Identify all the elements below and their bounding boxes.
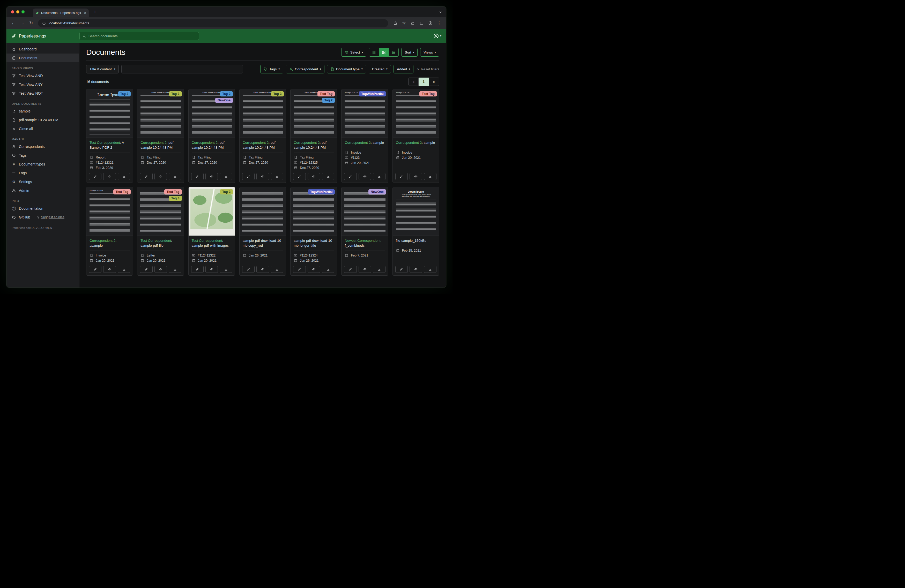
sidebar-item-document-types[interactable]: # Document types: [6, 160, 79, 169]
correspondent-link[interactable]: Correspondent 2: [192, 141, 218, 144]
detail-view-button[interactable]: [389, 48, 399, 57]
tab-search-chevron-icon[interactable]: [438, 10, 442, 14]
correspondent-link[interactable]: Correspondent 2: [396, 141, 422, 144]
global-search[interactable]: [79, 32, 199, 40]
download-button[interactable]: [118, 173, 130, 180]
reload-icon[interactable]: ↻: [27, 19, 35, 27]
tag-badge[interactable]: NewOne: [368, 189, 386, 195]
browser-tab[interactable]: Documents - Paperless-ngx ×: [33, 8, 89, 17]
document-title-link[interactable]: : sample: [422, 141, 435, 144]
document-thumbnail-area[interactable]: Adobe Acrobat PDF Files Tag 3: [240, 89, 286, 138]
paperless-brand[interactable]: Paperless-ngx: [11, 33, 79, 38]
document-type-value[interactable]: Report: [96, 156, 106, 159]
document-type-value[interactable]: Invoice: [96, 254, 106, 257]
bookmark-star-icon[interactable]: ☆: [400, 19, 408, 27]
reset-filters-button[interactable]: × Reset filters: [416, 67, 439, 71]
document-type-value[interactable]: Tax Filing: [249, 156, 263, 159]
download-button[interactable]: [322, 173, 334, 180]
document-thumbnail-area[interactable]: A Simple PDF File Test Tag: [393, 89, 439, 138]
sidebar-item-open-document-pdf-sample[interactable]: pdf-sample 10.24.48 PM: [6, 116, 79, 124]
document-title-link[interactable]: sample-pdf-download-10-mb copy_red: [243, 239, 282, 247]
view-button[interactable]: [256, 173, 269, 180]
edit-button[interactable]: [140, 173, 152, 180]
document-card[interactable]: Lorem Ipsum Tag 2 Test Correspondent: A …: [86, 89, 133, 183]
tags-filter-button[interactable]: Tags ▾: [260, 65, 283, 73]
correspondent-link[interactable]: Test Correspondent: [192, 239, 222, 242]
view-button[interactable]: [308, 266, 320, 273]
edit-button[interactable]: [395, 266, 408, 273]
document-thumbnail-area[interactable]: Adobe Acrobat PDF Files Tag 2NewOne: [189, 89, 235, 138]
tag-badge[interactable]: Tag 3: [169, 91, 182, 97]
tab-close-icon[interactable]: ×: [84, 11, 86, 15]
sidebar-item-github[interactable]: GitHub Suggest an idea: [6, 213, 79, 222]
download-button[interactable]: [220, 266, 232, 273]
tag-badge[interactable]: Test Tag: [419, 91, 437, 97]
list-view-button[interactable]: [369, 48, 379, 57]
tag-badge[interactable]: Tag 2: [118, 91, 131, 97]
correspondent-link[interactable]: Correspondent 2: [345, 141, 371, 144]
sidebar-item-saved-view-and[interactable]: Test View AND: [6, 71, 79, 80]
download-button[interactable]: [373, 173, 385, 180]
sidebar-item-tags[interactable]: Tags: [6, 151, 79, 160]
download-button[interactable]: [169, 173, 181, 180]
document-card[interactable]: Adobe Acrobat PDF Files Tag 2NewOne Corr…: [188, 89, 235, 183]
tag-badge[interactable]: Test Tag: [113, 189, 131, 195]
download-button[interactable]: [271, 173, 283, 180]
correspondent-link[interactable]: Correspondent 2: [243, 141, 269, 144]
document-card[interactable]: A Simple PDF File TagWithPartial Corresp…: [341, 89, 388, 183]
sidebar-item-documentation[interactable]: ? Documentation: [6, 204, 79, 213]
document-thumbnail-area[interactable]: A Simple PDF File TagWithPartial: [341, 89, 388, 138]
view-button[interactable]: [205, 173, 218, 180]
sidebar-item-correspondents[interactable]: Correspondents: [6, 142, 79, 151]
document-card[interactable]: A Simple PDF File Test Tag Correspondent…: [392, 89, 439, 183]
correspondent-link[interactable]: Newest Correspondent: [345, 239, 380, 242]
download-button[interactable]: [373, 266, 385, 273]
maximize-window-button[interactable]: [21, 10, 25, 13]
sidebar-item-saved-view-not[interactable]: Test View NOT: [6, 89, 79, 98]
document-thumbnail-area[interactable]: Adobe Acrobat PDF Files Tag 3: [137, 89, 184, 138]
correspondent-link[interactable]: Correspondent 2: [89, 239, 116, 242]
sidebar-item-settings[interactable]: ⚙ Settings: [6, 178, 79, 186]
view-button[interactable]: [103, 266, 116, 273]
download-button[interactable]: [220, 173, 232, 180]
document-thumbnail-area[interactable]: NewOne: [341, 187, 388, 236]
browser-menu-icon[interactable]: ⋮: [435, 19, 443, 27]
sidebar-item-admin[interactable]: Admin: [6, 186, 79, 195]
view-button[interactable]: [308, 173, 320, 180]
view-button[interactable]: [205, 266, 218, 273]
user-menu[interactable]: ▾: [433, 33, 441, 38]
filter-text-input[interactable]: [121, 65, 243, 73]
added-filter-button[interactable]: Added ▾: [394, 65, 413, 73]
document-card[interactable]: A Simple PDF File Test Tag Correspondent…: [86, 187, 133, 276]
download-button[interactable]: [424, 266, 437, 273]
tag-badge[interactable]: TagWithPartial: [359, 91, 386, 97]
document-card[interactable]: Adobe Acrobat PDF Files Test TagTag 2 Co…: [290, 89, 337, 183]
next-page-button[interactable]: »: [429, 78, 439, 86]
previous-page-button[interactable]: «: [408, 78, 419, 86]
edit-button[interactable]: [293, 173, 306, 180]
document-card[interactable]: Lorem ipsumLorem ipsum dolor sit amet, c…: [392, 187, 439, 276]
document-type-filter-button[interactable]: Document type ▾: [327, 65, 366, 73]
suggest-idea-link[interactable]: Suggest an idea: [37, 216, 64, 219]
document-card[interactable]: Tag 3 Test Correspondent: sample-pdf-wit…: [188, 187, 235, 276]
edit-button[interactable]: [140, 266, 152, 273]
new-tab-button[interactable]: +: [91, 8, 98, 16]
download-button[interactable]: [169, 266, 181, 273]
edit-button[interactable]: [89, 173, 102, 180]
edit-button[interactable]: [191, 266, 203, 273]
views-button[interactable]: Views ▾: [420, 48, 439, 57]
correspondent-filter-button[interactable]: Correspondent ▾: [286, 65, 324, 73]
tag-badge[interactable]: Tag 3: [169, 196, 182, 201]
select-button[interactable]: Select ▾: [341, 48, 367, 57]
document-card[interactable]: Adobe Acrobat PDF Files Tag 3 Correspond…: [239, 89, 286, 183]
tag-badge[interactable]: Tag 3: [271, 91, 284, 97]
correspondent-link[interactable]: Correspondent 2: [140, 141, 167, 144]
document-title-link[interactable]: : sample: [371, 141, 384, 144]
document-type-value[interactable]: Invoice: [402, 151, 413, 154]
tag-badge[interactable]: NewOne: [215, 98, 233, 103]
tag-badge[interactable]: Tag 2: [322, 98, 335, 103]
edit-button[interactable]: [395, 173, 408, 180]
edit-button[interactable]: [293, 266, 306, 273]
download-button[interactable]: [118, 266, 130, 273]
download-button[interactable]: [424, 173, 437, 180]
